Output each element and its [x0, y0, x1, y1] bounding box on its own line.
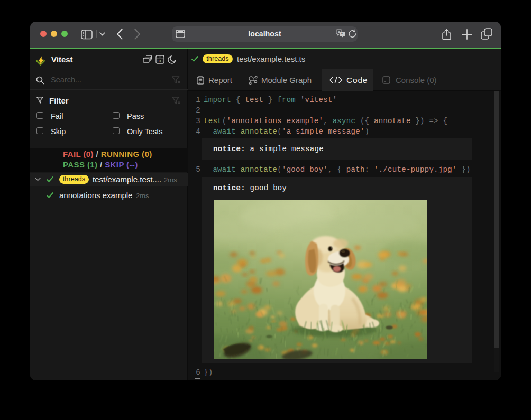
svg-text:*: *: [341, 32, 343, 36]
svg-text:31: 31: [157, 59, 161, 63]
